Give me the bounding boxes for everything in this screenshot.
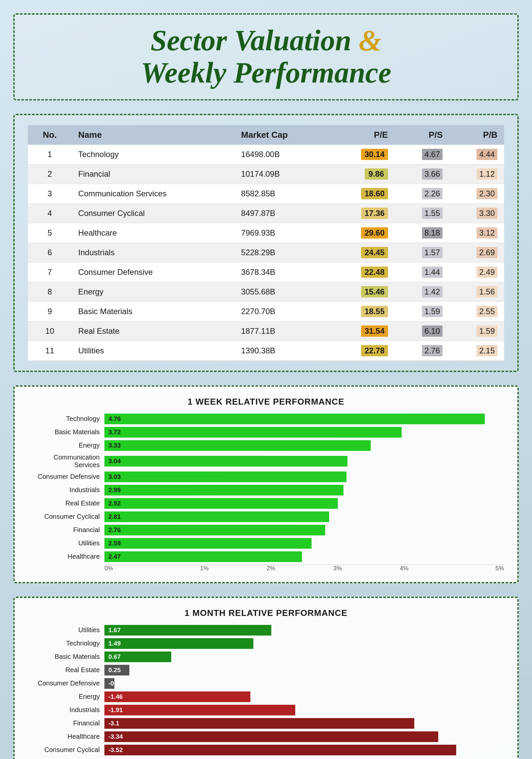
table-row: 11 Utilities 1390.38B 22.78 2.76 2.15	[28, 341, 504, 360]
cell-name: Technology	[71, 145, 234, 164]
bar-area: 4.76	[104, 414, 504, 424]
bar: 3.03	[104, 472, 346, 482]
cell-pe: 9.86	[331, 164, 395, 184]
bar-area: 2.59	[104, 538, 504, 549]
cell-market-cap: 16498.00B	[234, 145, 331, 164]
cell-no: 2	[28, 164, 71, 184]
bar: 2.47	[104, 551, 302, 562]
bar-value: 3.33	[108, 442, 121, 449]
cell-market-cap: 3055.68B	[234, 282, 331, 301]
col-header-no: No.	[28, 125, 71, 145]
month-bar-row: Healthcare -3.34	[28, 731, 504, 742]
bar-area: 2.92	[104, 498, 504, 509]
cell-pb: 2.30	[449, 184, 504, 203]
bar-value: 2.76	[108, 526, 121, 534]
bar-label: Healthcare	[28, 733, 104, 740]
cell-name: Utilities	[71, 341, 234, 360]
table-row: 8 Energy 3055.68B 15.46 1.42 1.56	[28, 282, 504, 301]
cell-ps: 2.76	[395, 341, 450, 360]
bar-label: Utilities	[28, 626, 104, 634]
bar: -3.52	[104, 745, 456, 755]
bar-value: 4.76	[108, 415, 121, 423]
bar-area: 3.03	[104, 472, 504, 482]
week-bar-row: Utilities 2.59	[28, 538, 504, 549]
cell-name: Basic Materials	[71, 301, 234, 321]
bar-value: 2.59	[108, 540, 121, 547]
cell-market-cap: 8497.87B	[234, 203, 331, 223]
week-bar-row: Real Estate 2.92	[28, 498, 504, 509]
bar: -3.34	[104, 731, 438, 742]
bar-label: Industrials	[28, 486, 104, 494]
cell-market-cap: 5228.29B	[234, 243, 331, 262]
bar-value: 1.49	[108, 640, 121, 647]
cell-market-cap: 3678.34B	[234, 262, 331, 282]
cell-pe: 30.14	[331, 145, 395, 164]
cell-pb: 1.59	[449, 321, 504, 341]
ampersand-symbol: &	[359, 24, 381, 57]
bar-area: 0.25	[104, 665, 504, 675]
cell-pb: 3.30	[449, 203, 504, 223]
cell-name: Industrials	[71, 243, 234, 262]
month-chart-container: Utilities 1.67 Technology 1.49 Basic Mat…	[28, 625, 504, 759]
bar-label: Technology	[28, 640, 104, 647]
bar-label: Communication Services	[28, 758, 104, 759]
bar-label: Energy	[28, 442, 104, 449]
bar-label: Healthcare	[28, 553, 104, 560]
bar-value: 3.04	[108, 458, 121, 465]
cell-pe: 22.78	[331, 341, 395, 360]
bar-area: -0.1	[104, 678, 504, 689]
bar-value: -0.1	[108, 680, 119, 687]
bar-label: Energy	[28, 693, 104, 700]
week-chart-axis: 0%1%2%3%4%5%	[104, 565, 504, 572]
month-bar-row: Basic Materials 0.67	[28, 652, 504, 662]
bar-area: 3.72	[104, 427, 504, 438]
bar: 2.92	[104, 498, 338, 509]
bar: 2.81	[104, 511, 329, 522]
week-bar-row: Energy 3.33	[28, 440, 504, 451]
month-chart-title: 1 MONTH RELATIVE PERFORMANCE	[28, 608, 504, 618]
bar-label: Financial	[28, 526, 104, 534]
cell-ps: 1.42	[395, 282, 450, 301]
cell-name: Energy	[71, 282, 234, 301]
table-row: 10 Real Estate 1877.11B 31.54 6.10 1.59	[28, 321, 504, 341]
week-bar-row: Healthcare 2.47	[28, 551, 504, 562]
cell-pe: 18.60	[331, 184, 395, 203]
cell-name: Consumer Defensive	[71, 262, 234, 282]
cell-pe: 24.45	[331, 243, 395, 262]
cell-name: Communication Services	[71, 184, 234, 203]
bar-value: -1.91	[108, 706, 123, 714]
week-chart-section: 1 WEEK RELATIVE PERFORMANCE Technology 4…	[13, 385, 519, 583]
axis-label: 1%	[171, 565, 237, 572]
axis-label: 5%	[438, 565, 504, 572]
week-bar-row: Basic Materials 3.72	[28, 427, 504, 438]
week-bar-row: Communication Services 3.04	[28, 454, 504, 469]
week-bar-row: Consumer Defensive 3.03	[28, 472, 504, 482]
bar-value: -1.46	[108, 693, 123, 700]
header-box: Sector Valuation & Weekly Performance	[13, 13, 519, 100]
cell-pb: 1.12	[449, 164, 504, 184]
bar-area: 3.04	[104, 456, 504, 467]
week-chart-container: Technology 4.76 Basic Materials 3.72 Ene…	[28, 414, 504, 572]
bar-label: Consumer Defensive	[28, 679, 104, 687]
bar-area: -3.1	[104, 718, 504, 729]
cell-no: 4	[28, 203, 71, 223]
bar: 1.49	[104, 638, 253, 649]
bar-area: 1.49	[104, 638, 504, 649]
cell-name: Consumer Cyclical	[71, 203, 234, 223]
valuation-table-section: No. Name Market Cap P/E P/S P/B 1 Techno…	[13, 114, 519, 372]
month-bar-row: Communication Services -3.58	[28, 758, 504, 759]
table-row: 1 Technology 16498.00B 30.14 4.67 4.44	[28, 145, 504, 164]
month-bar-row: Consumer Defensive -0.1	[28, 678, 504, 689]
col-header-ps: P/S	[395, 125, 450, 145]
cell-pe: 17.36	[331, 203, 395, 223]
cell-pb: 1.56	[449, 282, 504, 301]
col-header-name: Name	[71, 125, 234, 145]
page-title: Sector Valuation & Weekly Performance	[28, 25, 504, 89]
bar: 0.25	[104, 665, 129, 675]
bar: 3.04	[104, 456, 347, 467]
bar-area: 3.33	[104, 440, 504, 451]
bar: -3.1	[104, 718, 414, 729]
cell-pe: 31.54	[331, 321, 395, 341]
cell-ps: 4.67	[395, 145, 450, 164]
month-bar-row: Energy -1.46	[28, 691, 504, 702]
